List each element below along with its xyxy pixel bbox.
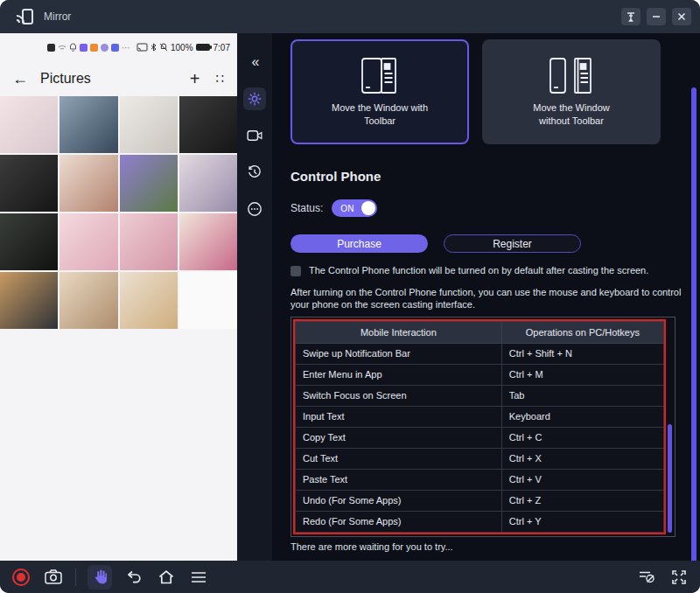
home-icon <box>158 569 174 584</box>
gallery-photo[interactable] <box>60 272 117 329</box>
cell-hotkey: Ctrl + Z <box>501 490 663 511</box>
table-header-mobile: Mobile Interaction <box>296 321 502 343</box>
video-camera-icon <box>247 129 262 142</box>
collapse-sidebar-button[interactable]: « <box>243 51 266 73</box>
gallery-photo[interactable] <box>120 213 178 270</box>
cell-mobile: Paste Text <box>296 469 502 490</box>
grid-more-icon[interactable]: ∷ <box>215 71 225 87</box>
cell-hotkey: Keyboard <box>501 406 663 427</box>
gallery-photo[interactable] <box>0 272 58 329</box>
sidebar-item-more[interactable] <box>243 198 266 220</box>
mirror-app-window: Mirror <box>0 0 700 593</box>
control-phone-toggle[interactable]: ON <box>332 199 377 217</box>
checkbox-label: The Control Phone function will be turne… <box>309 265 648 276</box>
window-with-toolbar-icon <box>354 56 405 96</box>
gallery-photo[interactable] <box>120 96 178 153</box>
cell-mobile: Redo (For Some Apps) <box>296 511 502 532</box>
gallery-photo[interactable] <box>179 213 237 270</box>
battery-icon <box>196 44 210 51</box>
window-title: Mirror <box>44 10 71 23</box>
cell-mobile: Cut Text <box>296 448 502 469</box>
register-button[interactable]: Register <box>444 234 581 253</box>
gallery-header: ← Pictures + ∷ <box>0 61 237 96</box>
cell-hotkey: Ctrl + Shift + N <box>501 343 663 364</box>
fullscreen-icon <box>671 569 687 585</box>
hand-icon <box>94 569 107 584</box>
fullscreen-button[interactable] <box>668 567 690 588</box>
cell-hotkey: Ctrl + C <box>501 427 663 448</box>
table-row: Redo (For Some Apps)Ctrl + Y <box>296 511 664 532</box>
toggle-knob <box>361 201 375 215</box>
card-label: Move the Window with Toolbar <box>327 101 432 128</box>
gallery-title: Pictures <box>40 71 190 87</box>
move-window-without-toolbar-card[interactable]: Move the Window without Toolbar <box>482 39 661 144</box>
cell-hotkey: Ctrl + M <box>501 364 663 385</box>
hide-toolbar-button[interactable] <box>636 567 657 588</box>
control-phone-hand-button[interactable] <box>88 565 112 590</box>
hotkey-table: Mobile Interaction Operations on PC/Hotk… <box>295 321 664 533</box>
gallery-photo[interactable] <box>60 213 117 270</box>
camera-icon <box>45 569 62 584</box>
minimize-icon <box>651 11 662 22</box>
sidebar-item-history[interactable] <box>243 161 266 184</box>
default-on-checkbox[interactable] <box>290 266 301 276</box>
screenshot-button[interactable] <box>43 567 64 588</box>
gallery-empty-cell <box>179 272 237 329</box>
menu-button[interactable] <box>188 567 209 588</box>
table-scrollbar[interactable] <box>668 424 672 533</box>
status-label: Status: <box>290 202 323 214</box>
table-row: Swipe up Notification BarCtrl + Shift + … <box>296 343 664 364</box>
sidebar-item-settings[interactable] <box>243 87 266 110</box>
bell-icon <box>69 43 77 52</box>
cell-mobile: Input Text <box>296 406 502 427</box>
orange-app-icon <box>90 44 98 52</box>
battery-percent: 100% <box>171 43 193 52</box>
gallery-photo[interactable] <box>179 96 237 153</box>
phone-status-bar: ⋯ 100% 7:07 <box>0 33 237 61</box>
undo-button[interactable] <box>123 567 144 588</box>
cell-mobile: Enter Menu in App <box>296 364 502 385</box>
control-phone-description: After turning on the Control Phone funct… <box>290 286 682 311</box>
sidebar-item-recorder[interactable] <box>243 124 266 147</box>
add-icon[interactable]: + <box>190 69 200 89</box>
pin-button[interactable] <box>621 8 640 25</box>
red-highlight-frame: Mobile Interaction Operations on PC/Hotk… <box>293 319 666 534</box>
home-button[interactable] <box>156 567 177 588</box>
table-row: Switch Focus on ScreenTab <box>296 385 664 406</box>
notification-app-icon <box>47 44 55 52</box>
cast-app-icon <box>14 7 37 26</box>
gallery-photo[interactable] <box>0 96 58 153</box>
gallery-photo[interactable] <box>60 155 117 212</box>
purchase-button[interactable]: Purchase <box>290 234 428 253</box>
toolbar-divider <box>75 569 76 586</box>
back-arrow-icon[interactable]: ← <box>12 70 28 88</box>
panel-scrollbar[interactable] <box>691 87 696 561</box>
cast-status-icon <box>136 43 148 52</box>
cell-mobile: Undo (For Some Apps) <box>296 490 502 511</box>
wifi-icon <box>58 44 66 52</box>
phone-mirror-panel: ⋯ 100% 7:07 ← Pictures + ∷ <box>0 33 237 561</box>
gallery-photo[interactable] <box>120 155 178 212</box>
section-title: Control Phone <box>290 169 700 184</box>
minimize-button[interactable] <box>647 8 666 25</box>
close-button[interactable] <box>672 8 691 25</box>
status-ellipsis: ⋯ <box>122 43 130 52</box>
table-row: Undo (For Some Apps)Ctrl + Z <box>296 490 664 511</box>
gallery-photo[interactable] <box>120 272 178 329</box>
card-label: Move the Window without Toolbar <box>519 101 624 128</box>
undo-arrow-icon <box>126 570 143 584</box>
cell-hotkey: Tab <box>501 385 663 406</box>
gallery-photo[interactable] <box>179 155 237 212</box>
cell-hotkey: Ctrl + Y <box>501 511 663 532</box>
tool-sidebar: « <box>237 33 272 561</box>
gallery-photo[interactable] <box>0 213 58 270</box>
gallery-photo[interactable] <box>0 155 58 212</box>
table-row: Input TextKeyboard <box>296 406 664 427</box>
record-button[interactable] <box>10 567 32 588</box>
bottom-toolbar <box>0 561 700 593</box>
round-app-icon <box>101 44 108 52</box>
record-icon <box>12 569 30 586</box>
cell-mobile: Switch Focus on Screen <box>296 385 502 406</box>
move-window-with-toolbar-card[interactable]: Move the Window with Toolbar <box>290 39 469 144</box>
gallery-photo[interactable] <box>60 96 117 153</box>
